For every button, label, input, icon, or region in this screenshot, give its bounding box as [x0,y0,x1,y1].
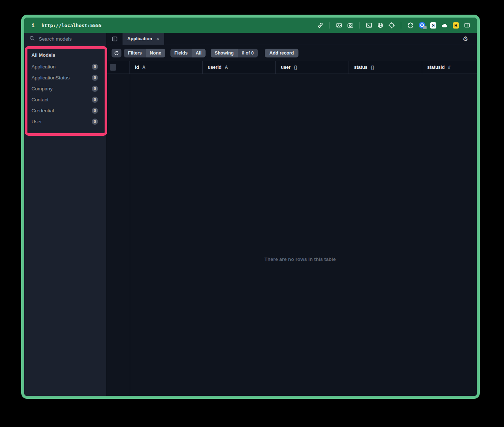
crosshair-icon[interactable] [388,22,395,29]
showing-button[interactable]: Showing 0 of 0 [211,49,258,57]
filters-button[interactable]: Filters None [124,49,165,57]
number-type-icon: # [448,65,451,70]
empty-table-message: There are no rows in this table [106,256,477,262]
settings-gear-icon[interactable]: ⚙ [463,33,477,45]
toolbar-divider [401,22,401,29]
sidebar-item-company[interactable]: Company 0 [24,83,106,94]
record-count-badge: 0 [92,119,98,125]
object-type-icon: {} [294,65,297,70]
model-label: ApplicationStatus [31,75,69,80]
raycast-icon[interactable]: R [453,22,459,29]
tab-application[interactable]: Application ✕ [123,33,164,45]
add-record-button[interactable]: Add record [265,49,299,57]
fields-value: All [192,49,206,57]
info-icon: i [31,22,34,28]
search-input[interactable] [38,36,101,42]
string-type-icon: A [142,65,146,70]
model-label: User [31,119,42,124]
main-panel: Application ✕ ⚙ Filters None Fields Al [106,33,477,396]
column-divider [130,74,130,396]
split-view-icon[interactable] [464,22,470,29]
model-label: Application [31,64,56,70]
column-header-id[interactable]: id A [130,61,203,74]
column-name: status [354,65,368,70]
sidebar-item-user[interactable]: User 0 [24,116,106,127]
column-header-statusid[interactable]: statusId # [422,61,477,74]
record-count-badge: 0 [92,97,98,103]
sidebar-toggle-button[interactable] [106,33,123,45]
url-display[interactable]: i http://localhost:5555 [31,22,102,28]
url-text: http://localhost:5555 [41,23,101,28]
sidebar-item-application[interactable]: Application 0 [24,61,106,72]
models-sidebar: All Models Application 0 ApplicationStat… [24,33,106,396]
terminal-icon[interactable] [366,22,372,29]
tab-bar: Application ✕ ⚙ [106,33,477,45]
column-name: id [135,65,139,70]
link-icon[interactable] [317,22,324,29]
browser-url-bar: i http://localhost:5555 [24,18,477,33]
all-models-title: All Models [31,52,99,58]
tab-label: Application [127,36,152,41]
column-name: userId [208,65,222,70]
showing-value: 0 of 0 [238,49,258,57]
record-count-badge: 0 [92,86,98,92]
tab-close-icon[interactable]: ✕ [156,37,159,41]
column-header-user[interactable]: user {} [276,61,349,74]
sidebar-item-credential[interactable]: Credential 0 [24,105,106,116]
column-header-status[interactable]: status {} [349,61,422,74]
model-label: Contact [31,97,49,102]
record-count-badge: 0 [92,108,98,114]
table-header-row: id A userId A user {} status {} statusId [106,61,477,74]
extensions-puzzle-icon[interactable] [407,22,414,29]
fields-label: Fields [170,49,192,57]
cloud-icon[interactable] [441,22,448,29]
search-icon [29,35,35,42]
model-search[interactable] [24,33,106,45]
model-list: Application 0 ApplicationStatus 0 Compan… [24,61,106,127]
image-icon[interactable] [336,22,342,29]
table-toolbar: Filters None Fields All Showing 0 of 0 A… [106,45,477,61]
column-header-userid[interactable]: userId A [203,61,276,74]
toolbar-divider [360,22,360,29]
onepassword-icon[interactable] [419,22,425,29]
fields-button[interactable]: Fields All [170,49,206,57]
column-name: user [281,65,290,70]
model-label: Company [31,86,53,91]
browser-window: i http://localhost:5555 [21,15,480,399]
showing-label: Showing [211,49,238,57]
column-name: statusId [427,65,445,70]
select-all-cell [106,61,130,74]
filters-label: Filters [124,49,146,57]
string-type-icon: A [225,65,228,70]
globe-icon[interactable] [377,22,384,29]
notion-icon[interactable]: N [430,22,436,29]
toolbar-divider [330,22,330,29]
record-count-badge: 0 [92,64,98,70]
refresh-button[interactable] [112,49,121,57]
sidebar-item-applicationstatus[interactable]: ApplicationStatus 0 [24,72,106,83]
table-body: There are no rows in this table [106,74,477,396]
camera-icon[interactable] [347,22,354,29]
select-all-checkbox[interactable] [110,64,116,71]
sidebar-item-contact[interactable]: Contact 0 [24,94,106,105]
filters-value: None [146,49,165,57]
object-type-icon: {} [371,65,374,70]
model-label: Credential [31,108,54,113]
record-count-badge: 0 [92,75,98,81]
